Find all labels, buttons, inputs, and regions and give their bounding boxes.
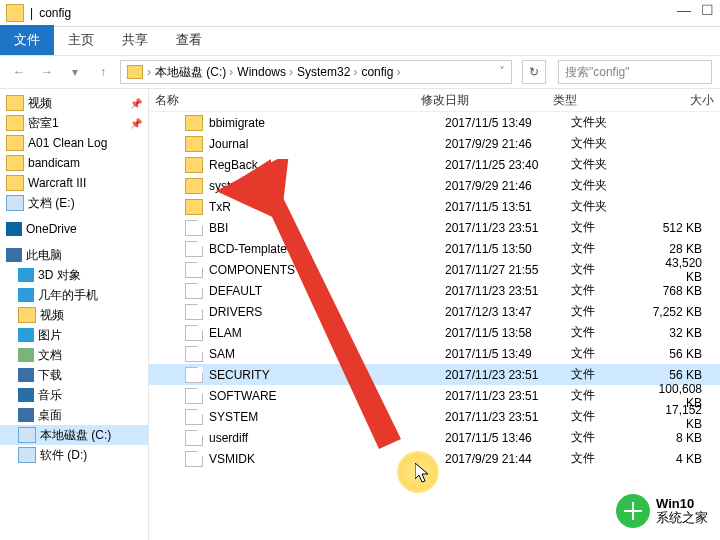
- table-row[interactable]: COMPONENTS2017/11/27 21:55文件43,520 KB: [149, 259, 720, 280]
- table-row[interactable]: DEFAULT2017/11/23 23:51文件768 KB: [149, 280, 720, 301]
- tree-item[interactable]: 图片: [0, 325, 148, 345]
- file-date: 2017/11/23 23:51: [439, 284, 565, 298]
- folder-icon: [185, 115, 203, 131]
- tree-onedrive[interactable]: OneDrive: [0, 219, 148, 239]
- file-size: 56 KB: [651, 368, 720, 382]
- search-input[interactable]: 搜索"config": [558, 60, 712, 84]
- folder-icon: [185, 157, 203, 173]
- file-type: 文件: [565, 429, 651, 446]
- file-type: 文件: [565, 408, 651, 425]
- file-type: 文件夹: [565, 156, 651, 173]
- table-row[interactable]: systemprofile2017/9/29 21:46文件夹: [149, 175, 720, 196]
- tree-item[interactable]: 视频📌: [0, 93, 148, 113]
- tab-view[interactable]: 查看: [162, 25, 216, 55]
- col-date[interactable]: 修改日期: [415, 92, 547, 109]
- table-row[interactable]: SECURITY2017/11/23 23:51文件56 KB: [149, 364, 720, 385]
- file-date: 2017/9/29 21:46: [439, 137, 565, 151]
- maximize-button[interactable]: ☐: [701, 2, 714, 18]
- navbar: ← → ▾ ↑ › 本地磁盘 (C:)› Windows› System32› …: [0, 55, 720, 89]
- folder-icon: [185, 178, 203, 194]
- chevron-down-icon[interactable]: ▾: [64, 61, 86, 83]
- file-size: 768 KB: [651, 284, 720, 298]
- tree-item[interactable]: 视频: [0, 305, 148, 325]
- table-row[interactable]: userdiff2017/11/5 13:46文件8 KB: [149, 427, 720, 448]
- back-button[interactable]: ←: [8, 61, 30, 83]
- tree-item[interactable]: 桌面: [0, 405, 148, 425]
- table-row[interactable]: ELAM2017/11/5 13:58文件32 KB: [149, 322, 720, 343]
- file-icon: [185, 283, 203, 299]
- file-name: VSMIDK: [209, 452, 255, 466]
- folder-icon: [18, 307, 36, 323]
- file-size: 8 KB: [651, 431, 720, 445]
- table-row[interactable]: RegBack2017/11/25 23:40文件夹: [149, 154, 720, 175]
- minimize-button[interactable]: —: [677, 2, 691, 18]
- titlebar: | config — ☐: [0, 0, 720, 27]
- file-date: 2017/9/29 21:44: [439, 452, 565, 466]
- tree-item[interactable]: A01 Clean Log: [0, 133, 148, 153]
- watermark-brand: Win10: [656, 497, 708, 511]
- crumb-sep: ›: [147, 65, 151, 79]
- col-type[interactable]: 类型: [547, 92, 639, 109]
- table-row[interactable]: SOFTWARE2017/11/23 23:51文件100,608 KB: [149, 385, 720, 406]
- address-dropdown-icon[interactable]: ˅: [499, 65, 505, 79]
- tree-item[interactable]: 文档: [0, 345, 148, 365]
- tree-item[interactable]: 3D 对象: [0, 265, 148, 285]
- col-size[interactable]: 大小: [639, 92, 720, 109]
- file-size: 32 KB: [651, 326, 720, 340]
- up-button[interactable]: ↑: [92, 61, 114, 83]
- table-row[interactable]: VSMIDK2017/9/29 21:44文件4 KB: [149, 448, 720, 469]
- breadcrumb: 本地磁盘 (C:)›: [155, 64, 233, 81]
- file-name: bbimigrate: [209, 116, 265, 130]
- column-headers[interactable]: 名称 修改日期 类型 大小: [149, 89, 720, 112]
- tree-item[interactable]: 本地磁盘 (C:): [0, 425, 148, 445]
- file-icon: [185, 346, 203, 362]
- tab-home[interactable]: 主页: [54, 25, 108, 55]
- table-row[interactable]: BBI2017/11/23 23:51文件512 KB: [149, 217, 720, 238]
- file-type: 文件夹: [565, 198, 651, 215]
- file-date: 2017/11/5 13:50: [439, 242, 565, 256]
- dsk-icon: [18, 408, 34, 422]
- table-row[interactable]: bbimigrate2017/11/5 13:49文件夹: [149, 112, 720, 133]
- table-row[interactable]: SYSTEM2017/11/23 23:51文件17,152 KB: [149, 406, 720, 427]
- file-name: SAM: [209, 347, 235, 361]
- file-size: 4 KB: [651, 452, 720, 466]
- folder-icon: [6, 135, 24, 151]
- tree-item[interactable]: 几年的手机: [0, 285, 148, 305]
- file-date: 2017/11/23 23:51: [439, 368, 565, 382]
- tree-item[interactable]: 文档 (E:): [0, 193, 148, 213]
- file-type: 文件夹: [565, 114, 651, 131]
- table-row[interactable]: Journal2017/9/29 21:46文件夹: [149, 133, 720, 154]
- table-row[interactable]: BCD-Template2017/11/5 13:50文件28 KB: [149, 238, 720, 259]
- file-list: 名称 修改日期 类型 大小 bbimigrate2017/11/5 13:49文…: [149, 89, 720, 540]
- tree-this-pc[interactable]: 此电脑: [0, 245, 148, 265]
- table-row[interactable]: TxR2017/11/5 13:51文件夹: [149, 196, 720, 217]
- file-icon: [185, 241, 203, 257]
- table-row[interactable]: SAM2017/11/5 13:49文件56 KB: [149, 343, 720, 364]
- breadcrumb: config›: [361, 65, 400, 79]
- file-date: 2017/11/5 13:51: [439, 200, 565, 214]
- table-row[interactable]: DRIVERS2017/12/3 13:47文件7,252 KB: [149, 301, 720, 322]
- tree-item[interactable]: 音乐: [0, 385, 148, 405]
- address-bar[interactable]: › 本地磁盘 (C:)› Windows› System32› config› …: [120, 60, 512, 84]
- tree-item[interactable]: Warcraft III: [0, 173, 148, 193]
- tab-share[interactable]: 共享: [108, 25, 162, 55]
- forward-button[interactable]: →: [36, 61, 58, 83]
- tab-file[interactable]: 文件: [0, 25, 54, 55]
- tree-item[interactable]: bandicam: [0, 153, 148, 173]
- refresh-button[interactable]: ↻: [522, 60, 546, 84]
- mus-icon: [18, 388, 34, 402]
- watermark-logo-icon: [616, 494, 650, 528]
- file-date: 2017/11/5 13:49: [439, 347, 565, 361]
- nav-tree[interactable]: 视频📌密室1📌A01 Clean LogbandicamWarcraft III…: [0, 89, 149, 540]
- pin-icon: 📌: [130, 118, 142, 129]
- tree-item[interactable]: 软件 (D:): [0, 445, 148, 465]
- tree-item[interactable]: 密室1📌: [0, 113, 148, 133]
- drive-icon: [18, 427, 36, 443]
- col-name[interactable]: 名称: [149, 92, 415, 109]
- drive-icon: [6, 195, 24, 211]
- file-size: 512 KB: [651, 221, 720, 235]
- file-icon: [185, 325, 203, 341]
- file-name: SYSTEM: [209, 410, 258, 424]
- tree-item[interactable]: 下载: [0, 365, 148, 385]
- file-type: 文件: [565, 345, 651, 362]
